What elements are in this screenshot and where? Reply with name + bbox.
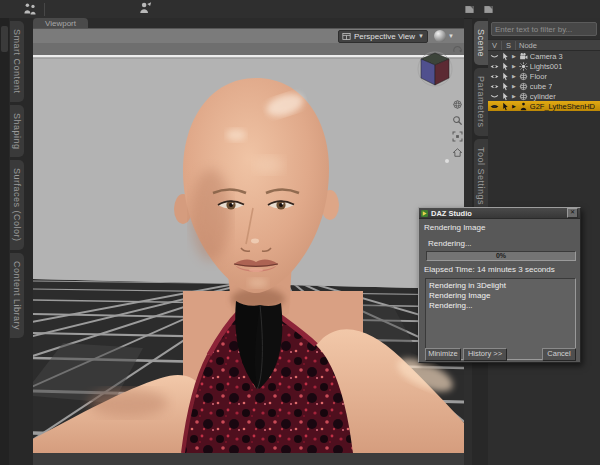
cursor-select-icon[interactable] <box>501 62 510 71</box>
render-progress-dialog: DAZ Studio ✕ Rendering Image Rendering..… <box>418 207 581 363</box>
dialog-buttons: Minimize History >> Cancel <box>419 348 580 359</box>
light-icon <box>519 62 528 71</box>
cursor-select-icon[interactable] <box>501 102 510 111</box>
top-toolbar <box>0 0 600 19</box>
dialog-close-button[interactable]: ✕ <box>567 208 578 218</box>
left-tab-shaping[interactable]: Shaping <box>10 105 24 158</box>
expander-icon[interactable]: ▶ <box>512 73 516 79</box>
column-node[interactable]: Node <box>516 41 537 50</box>
eye-open-icon[interactable] <box>490 72 499 81</box>
scene-node-lights001[interactable]: ▶ Lights001 <box>488 61 600 71</box>
render-sub-status: Rendering... <box>428 239 580 248</box>
render-progress-bar: 0% <box>426 251 576 261</box>
eye-open-icon[interactable] <box>490 102 499 111</box>
render-status-line: Rendering Image <box>424 223 580 232</box>
cursor-select-icon[interactable] <box>501 82 510 91</box>
characters-icon[interactable] <box>21 1 39 17</box>
viewport-tab-row: Viewport <box>33 18 464 28</box>
view-cube[interactable] <box>418 52 452 86</box>
viewport-tab-label: Viewport <box>45 19 76 28</box>
node-label: G2F_LytheShenHD <box>530 102 595 111</box>
daz-app-icon <box>421 210 428 217</box>
progress-percent: 0% <box>427 252 575 260</box>
chevron-down-icon: ▼ <box>418 33 424 39</box>
draw-style-chevron-icon[interactable]: ▼ <box>448 33 454 39</box>
eye-closed-icon[interactable] <box>490 52 499 61</box>
right-tab-parameters[interactable]: Parameters <box>474 68 488 136</box>
left-tab-smart-content[interactable]: Smart Content <box>10 21 24 102</box>
scene-node-cylinder[interactable]: ▶ cylinder <box>488 91 600 101</box>
scene-pane-menu-icon[interactable] <box>483 4 494 15</box>
filter-placeholder: Enter text to filter by... <box>495 25 572 34</box>
viewport-3d-canvas[interactable] <box>33 43 464 453</box>
left-dock-tabs: Smart ContentShapingSurfaces (Color)Cont… <box>9 18 33 465</box>
prim-icon <box>519 92 528 101</box>
expander-icon[interactable]: ▶ <box>512 93 516 99</box>
eye-open-icon[interactable] <box>490 82 499 91</box>
dialog-title: DAZ Studio <box>431 209 567 218</box>
expander-icon[interactable]: ▶ <box>512 83 516 89</box>
prim-icon <box>519 72 528 81</box>
node-label: Floor <box>530 72 547 81</box>
right-tab-tool-settings[interactable]: Tool Settings <box>474 139 488 213</box>
expander-icon[interactable]: ▶ <box>512 53 516 59</box>
toolbar-separator <box>44 3 45 16</box>
cursor-select-icon[interactable] <box>501 92 510 101</box>
scene-tree: ▶ Camera 3 ▶ Lights001 ▶ Floor ▶ cube 7 … <box>488 51 600 111</box>
view-selector-label: Perspective View <box>354 32 415 41</box>
viewport-3d-scene <box>33 43 464 453</box>
viewport-pane: Viewport Perspective View ▼ ▼ <box>33 18 464 465</box>
column-visible[interactable]: V <box>488 41 502 50</box>
left-tab-surfaces-color-[interactable]: Surfaces (Color) <box>10 160 24 250</box>
orbit-view-icon[interactable] <box>452 45 463 56</box>
node-label: Camera 3 <box>530 52 563 61</box>
viewport-controls <box>452 45 463 158</box>
expander-icon[interactable]: ▶ <box>512 63 516 69</box>
log-line: Rendering in 3Delight <box>429 281 572 291</box>
log-line: Rendering... <box>429 301 572 311</box>
history-button[interactable]: History >> <box>463 348 507 361</box>
viewport-pane-menu-icon[interactable] <box>464 4 475 15</box>
tab-viewport[interactable]: Viewport <box>33 18 88 28</box>
eye-open-icon[interactable] <box>490 62 499 71</box>
render-character-icon[interactable] <box>136 0 154 16</box>
camera-icon <box>519 52 528 61</box>
figure-icon <box>519 102 528 111</box>
zoom-view-icon[interactable] <box>452 115 463 126</box>
rotate-gizmo-icon[interactable] <box>452 99 463 110</box>
scene-node-camera-3[interactable]: ▶ Camera 3 <box>488 51 600 61</box>
cursor-select-icon[interactable] <box>501 52 510 61</box>
scene-node-g2f-lytheshenhd[interactable]: ▶ G2F_LytheShenHD <box>488 101 600 111</box>
viewport-bottom-strip <box>33 453 464 465</box>
expander-icon[interactable]: ▶ <box>512 103 516 109</box>
draw-style-sphere-icon[interactable] <box>434 30 446 42</box>
scene-node-cube-7[interactable]: ▶ cube 7 <box>488 81 600 91</box>
scene-tree-header: V S Node <box>488 39 600 51</box>
log-line: Rendering Image <box>429 291 572 301</box>
elapsed-time: Elapsed Time: 14 minutes 3 seconds <box>424 265 580 274</box>
perspective-view-dropdown[interactable]: Perspective View ▼ <box>338 30 428 43</box>
reset-home-icon[interactable] <box>452 147 463 158</box>
collapsed-pane-strip[interactable] <box>0 18 9 465</box>
minimize-button[interactable]: Minimize <box>425 348 461 361</box>
viewport-grid-icon <box>342 32 351 41</box>
viewport-header: Perspective View ▼ ▼ <box>33 28 464 43</box>
right-tab-scene[interactable]: Scene <box>474 21 488 65</box>
cancel-button[interactable]: Cancel <box>542 348 576 361</box>
node-label: cube 7 <box>530 82 553 91</box>
dialog-title-bar[interactable]: DAZ Studio ✕ <box>419 208 580 219</box>
left-tab-content-library[interactable]: Content Library <box>10 253 24 338</box>
eye-closed-icon[interactable] <box>490 92 499 101</box>
node-label: Lights001 <box>530 62 563 71</box>
column-selectable[interactable]: S <box>502 41 516 50</box>
daz-studio-window: Smart ContentShapingSurfaces (Color)Cont… <box>0 0 600 465</box>
node-label: cylinder <box>530 92 556 101</box>
cursor-select-icon[interactable] <box>501 72 510 81</box>
scene-filter-input[interactable]: Enter text to filter by... <box>491 22 597 36</box>
scene-node-floor[interactable]: ▶ Floor <box>488 71 600 81</box>
prim-icon <box>519 82 528 91</box>
frame-view-icon[interactable] <box>452 131 463 142</box>
